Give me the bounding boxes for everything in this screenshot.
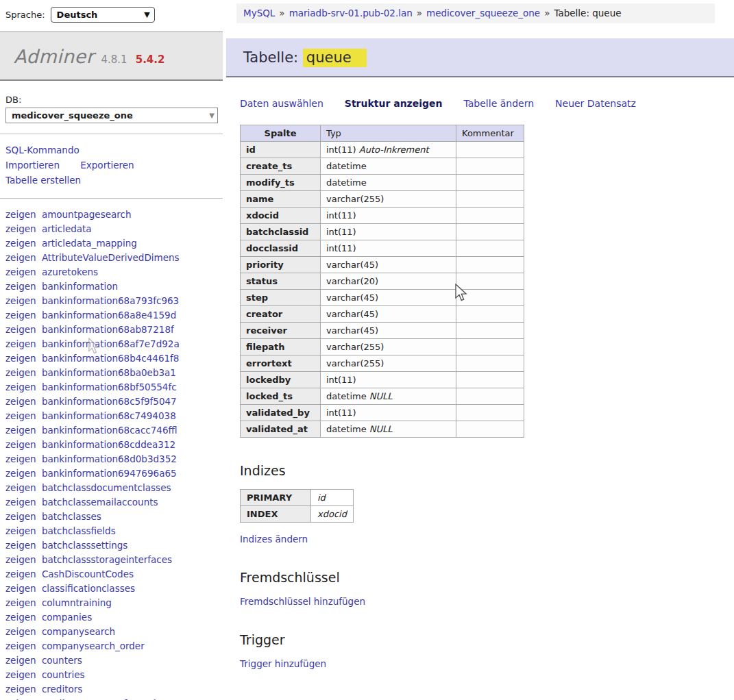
column-name-cell[interactable]: lockedby	[241, 372, 321, 388]
column-name-cell[interactable]: step	[241, 290, 321, 306]
table-select-link[interactable]: zeigen	[5, 583, 36, 594]
column-name-link[interactable]: status	[246, 276, 278, 286]
table-select-link[interactable]: zeigen	[5, 324, 36, 335]
table-select-link[interactable]: zeigen	[5, 511, 36, 522]
column-name-cell[interactable]: create_ts	[241, 158, 321, 175]
table-select-link[interactable]: zeigen	[5, 540, 36, 551]
table-structure-link[interactable]: bankinformation68ba0eb3a1	[42, 367, 176, 378]
column-name-link[interactable]: batchclassid	[246, 227, 308, 237]
table-structure-link[interactable]: batchclasses	[42, 511, 101, 522]
import-link[interactable]: Importieren	[5, 160, 60, 171]
table-structure-link[interactable]: counters	[42, 655, 82, 666]
column-name-link[interactable]: validated_at	[246, 424, 308, 434]
table-structure-link[interactable]: bankinformation68bf50554fc	[42, 382, 177, 392]
column-name-cell[interactable]: filepath	[241, 339, 321, 355]
column-name-link[interactable]: docclassid	[246, 243, 298, 253]
table-structure-link[interactable]: articledata_mapping	[42, 238, 137, 249]
table-select-link[interactable]: zeigen	[5, 266, 36, 277]
column-name-cell[interactable]: status	[241, 273, 321, 290]
table-select-link[interactable]: zeigen	[5, 554, 36, 565]
tab[interactable]: Neuer Datensatz	[555, 98, 636, 109]
table-select-link[interactable]: zeigen	[5, 281, 36, 292]
table-select-link[interactable]: zeigen	[5, 497, 36, 508]
column-name-cell[interactable]: docclassid	[241, 240, 321, 257]
table-select-link[interactable]: zeigen	[5, 353, 36, 364]
table-structure-link[interactable]: batchclassemailaccounts	[42, 497, 158, 508]
table-structure-link[interactable]: companies	[42, 612, 92, 623]
table-select-link[interactable]: zeigen	[5, 396, 36, 407]
table-select-link[interactable]: zeigen	[5, 640, 36, 651]
table-structure-link[interactable]: bankinformation	[42, 281, 118, 292]
edit-indexes-link[interactable]: Indizes ändern	[240, 534, 734, 545]
table-structure-link[interactable]: bankinformation68a8e4159d	[42, 310, 176, 321]
column-name-link[interactable]: priority	[246, 260, 284, 270]
column-name-link[interactable]: validated_by	[246, 408, 310, 418]
table-structure-link[interactable]: bankinformation68a793fc963	[42, 295, 179, 306]
table-select-link[interactable]: zeigen	[5, 439, 36, 450]
column-name-cell[interactable]: errortext	[241, 355, 321, 372]
table-select-link[interactable]: zeigen	[5, 425, 36, 436]
table-select-link[interactable]: zeigen	[5, 669, 36, 680]
table-select-link[interactable]: zeigen	[5, 209, 36, 220]
table-structure-link[interactable]: articledata	[42, 223, 92, 234]
table-structure-link[interactable]: bankinformation6947696a65	[42, 468, 177, 479]
breadcrumb-link[interactable]: Tabelle: queue	[554, 8, 621, 18]
column-name-cell[interactable]: modify_ts	[241, 175, 321, 191]
table-structure-link[interactable]: bankinformation68cacc746ffl	[42, 425, 178, 436]
tab[interactable]: Tabelle ändern	[464, 98, 535, 109]
column-name-cell[interactable]: id	[241, 142, 321, 158]
sql-command-link[interactable]: SQL-Kommando	[5, 145, 79, 155]
breadcrumb-link[interactable]: mariadb-srv-01.pub-02.lan	[289, 8, 413, 18]
column-name-link[interactable]: modify_ts	[246, 177, 295, 188]
tab[interactable]: Struktur anzeigen	[345, 98, 443, 109]
column-name-link[interactable]: create_ts	[246, 161, 292, 171]
breadcrumb-link[interactable]: MySQL	[243, 8, 275, 18]
table-structure-link[interactable]: amountpagesearch	[42, 209, 132, 220]
column-name-link[interactable]: errortext	[246, 358, 292, 368]
table-select-link[interactable]: zeigen	[5, 568, 36, 579]
table-structure-link[interactable]: bankinformation68d0b3d352	[42, 453, 177, 464]
table-select-link[interactable]: zeigen	[5, 655, 36, 666]
tab[interactable]: Daten auswählen	[240, 98, 323, 109]
table-select-link[interactable]: zeigen	[5, 597, 36, 608]
table-structure-link[interactable]: bankinformation68c5f9f5047	[42, 396, 177, 407]
table-select-link[interactable]: zeigen	[5, 612, 36, 623]
table-structure-link[interactable]: companysearch_order	[42, 640, 145, 651]
column-name-link[interactable]: xdocid	[246, 210, 279, 221]
table-structure-link[interactable]: countries	[42, 669, 85, 680]
adminer-new-version-link[interactable]: 5.4.2	[136, 53, 165, 66]
column-name-link[interactable]: name	[246, 194, 273, 204]
table-select-link[interactable]: zeigen	[5, 310, 36, 321]
table-structure-link[interactable]: batchclassdocumentclasses	[42, 482, 171, 493]
table-select-link[interactable]: zeigen	[5, 295, 36, 306]
table-structure-link[interactable]: batchclassstorageinterfaces	[42, 554, 172, 565]
table-select-link[interactable]: zeigen	[5, 410, 36, 421]
table-select-link[interactable]: zeigen	[5, 367, 36, 378]
table-select-link[interactable]: zeigen	[5, 684, 36, 695]
table-structure-link[interactable]: classificationclasses	[42, 583, 135, 594]
table-structure-link[interactable]: bankinformation68c7494038	[42, 410, 176, 421]
column-name-cell[interactable]: validated_by	[241, 405, 321, 421]
export-link[interactable]: Exportieren	[80, 160, 134, 171]
table-structure-link[interactable]: companysearch	[42, 626, 115, 637]
table-structure-link[interactable]: azuretokens	[42, 266, 98, 277]
table-structure-link[interactable]: bankinformation68ab87218f	[42, 324, 174, 335]
column-name-cell[interactable]: creator	[241, 306, 321, 323]
table-structure-link[interactable]: bankinformation68cddea312	[42, 439, 175, 450]
table-select-link[interactable]: zeigen	[5, 338, 36, 349]
column-name-cell[interactable]: validated_at	[241, 421, 321, 438]
table-select-link[interactable]: zeigen	[5, 223, 36, 234]
table-select-link[interactable]: zeigen	[5, 482, 36, 493]
column-name-link[interactable]: id	[246, 145, 256, 155]
table-structure-link[interactable]: columntraining	[42, 597, 112, 608]
column-name-cell[interactable]: batchclassid	[241, 224, 321, 240]
column-name-link[interactable]: filepath	[246, 342, 284, 352]
column-name-cell[interactable]: locked_ts	[241, 388, 321, 405]
column-name-cell[interactable]: xdocid	[241, 208, 321, 224]
table-structure-link[interactable]: bankinformation68b4c4461f8	[42, 353, 180, 364]
column-name-cell[interactable]: priority	[241, 257, 321, 273]
table-structure-link[interactable]: AttributeValueDerivedDimens	[42, 252, 180, 263]
table-select-link[interactable]: zeigen	[5, 525, 36, 536]
db-select[interactable]: medicover_squeeze_one ▼	[5, 108, 218, 123]
column-name-link[interactable]: lockedby	[246, 375, 291, 385]
